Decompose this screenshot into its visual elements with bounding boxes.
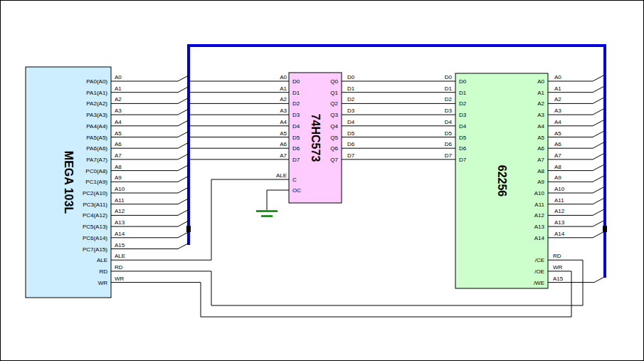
net-label-d0: D0 [445,74,453,80]
net-label-a6: A6 [115,141,122,147]
pin-mega-pa2-a2: PA2(A2) [86,100,107,107]
net-label-a2: A2 [280,96,287,103]
pin-latch-c: C [292,177,297,183]
pin-ram-a1: A1 [537,90,544,96]
pin-ram-a7: A7 [537,157,544,163]
net-label-a10: A10 [115,186,125,192]
pin-ram-a10: A10 [534,190,545,197]
bus-mark-right [603,226,607,232]
net-label-a11: A11 [554,197,564,204]
net-label-d2: D2 [347,96,355,103]
net-label-a11: A11 [115,197,125,204]
net-label-ale: ALE [115,253,125,259]
pin-latch-d5: D5 [292,135,300,141]
pin-latch-d0: D0 [292,78,300,85]
pin-ram-we: /WE [534,280,544,286]
pin-latch-d6: D6 [292,145,300,152]
net-label-d2: D2 [445,96,453,103]
net-label-a6: A6 [554,141,561,147]
pin-latch-d7: D7 [292,157,300,163]
pin-mega-pc2-a10: PC2(A10) [83,190,107,197]
net-label-a5: A5 [280,130,287,137]
net-label-a0: A0 [280,74,287,80]
net-label-a7: A7 [554,152,561,159]
net-label-a4: A4 [280,119,287,125]
pin-mega-pc4-a12: PC4(A12) [83,212,107,219]
pin-latch-q0: Q0 [330,78,338,85]
pin-mega-rd: RD [99,268,107,275]
net-label-d3: D3 [347,108,355,114]
pin-ram-d3: D3 [459,112,467,118]
net-label-a8: A8 [115,164,122,170]
pin-latch-d3: D3 [292,112,300,118]
net-label-a10: A10 [554,186,565,192]
pin-mega-pc1-a9: PC1(A9) [85,179,107,185]
pin-mega-pa1-a1: PA1(A1) [86,90,107,96]
net-label-a0: A0 [554,74,561,80]
pin-ram-a13: A13 [534,224,545,230]
net-label-a3: A3 [280,108,287,114]
pin-latch-q3: Q3 [330,112,338,118]
net-label-d6: D6 [445,141,453,147]
net-label-a14: A14 [554,231,565,237]
net-label-d5: D5 [347,130,355,137]
pin-ram-d0: D0 [459,78,467,85]
net-label-a2: A2 [115,96,122,103]
pin-ram-a4: A4 [537,123,544,130]
net-label-wr-ctrl: WR [553,264,563,271]
net-label-a3: A3 [554,108,561,114]
pin-mega-pc5-a13: PC5(A13) [83,224,107,230]
net-label-a5: A5 [554,130,561,137]
bus-mark-left [186,226,191,232]
pin-ram-a5: A5 [537,135,544,141]
net-label-a5: A5 [115,130,122,137]
pin-mega-pc7-a15: PC7(A15) [83,246,107,253]
net-label-a9: A9 [115,174,122,181]
pin-latch-oc: OC [292,187,301,194]
pin-ram-a12: A12 [534,212,545,219]
pin-ram-d7: D7 [459,157,467,163]
net-label-a7: A7 [115,152,122,159]
pin-ram-a8: A8 [537,168,544,174]
pin-mega-pa7-a7: PA7(A7) [86,157,107,163]
net-label-a1: A1 [280,85,287,92]
pin-ram-d2: D2 [459,100,467,107]
pin-mega-pc6-a14: PC6(A14) [83,235,107,241]
pin-mega-pa6-a6: PA6(A6) [86,145,107,152]
net-label-a1: A1 [115,85,122,92]
pin-mega-pa4-a4: PA4(A4) [86,123,107,130]
pin-latch-d4: D4 [292,123,300,130]
chip-62256-title: 62256 [496,165,508,197]
pin-ram-d5: D5 [459,135,467,141]
pin-ram-a2: A2 [537,100,544,107]
net-label-d6: D6 [347,141,355,147]
net-label-a13: A13 [115,219,125,226]
net-label-a4: A4 [554,119,561,125]
pin-ram-a0: A0 [537,78,544,85]
net-label-d4: D4 [347,119,355,125]
pin-mega-pa5-a5: PA5(A5) [86,135,107,141]
net-label-a0: A0 [115,74,122,80]
net-label-d0: D0 [347,74,355,80]
pin-ram-ce: /CE [535,257,544,263]
net-label-ale-latch: ALE [276,172,287,179]
net-label-d7: D7 [445,152,453,159]
pin-latch-q1: Q1 [330,90,338,96]
pin-mega-wr: WR [98,280,108,286]
net-label-a2: A2 [554,96,561,103]
pin-latch-q6: Q6 [330,145,338,152]
pin-ram-a6: A6 [537,145,544,152]
pin-latch-q7: Q7 [330,157,338,163]
net-label-d1: D1 [445,85,453,92]
net-label-a12: A12 [115,208,125,214]
pin-ram-d4: D4 [459,123,467,130]
net-label-d3: D3 [445,108,453,114]
net-label-a12: A12 [554,208,565,214]
net-label-a3: A3 [115,108,122,114]
schematic: MEGA 103L74HC57362256PA0(A0)PA1(A1)PA2(A… [0,0,644,361]
pin-latch-d1: D1 [292,90,300,96]
pin-latch-d2: D2 [292,100,300,107]
schematic-page: MEGA 103L74HC57362256PA0(A0)PA1(A1)PA2(A… [0,0,644,361]
net-label-d5: D5 [445,130,453,137]
chip-mega-103l-title: MEGA 103L [63,151,75,214]
